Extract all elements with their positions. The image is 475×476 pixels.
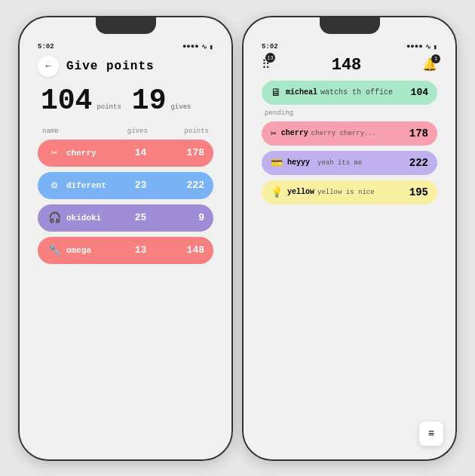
- p2-cherry-points: 178: [409, 127, 428, 140]
- cherry-points: 178: [162, 147, 204, 158]
- phone-2: 5:02 ●●●● ∿ ▮ ⠿ 13 148 🔔 1 🖥: [242, 16, 457, 461]
- list-item-okidoki[interactable]: 🎧 okidoki 25 9: [38, 204, 213, 232]
- p2-yellow-points: 195: [409, 186, 428, 198]
- col-points-header: points: [161, 127, 209, 135]
- gives-value: 19: [132, 84, 167, 117]
- status-bar-2: 5:02 ●●●● ∿ ▮: [254, 40, 445, 51]
- give-points-title: Give points: [66, 60, 155, 73]
- okidoki-points: 9: [162, 212, 204, 223]
- omega-name: omega: [66, 246, 119, 255]
- time-2: 5:02: [262, 43, 278, 51]
- list-item-diferent[interactable]: ⚙ diferent 23 222: [38, 172, 213, 199]
- pending-label: pending: [265, 109, 434, 117]
- points-value: 104: [41, 84, 92, 117]
- cherry-gives: 14: [119, 147, 161, 158]
- cherry-name: cherry: [66, 149, 119, 158]
- col-gives-header: gives: [114, 127, 161, 135]
- p2-cherry-desc: cherry cherry...: [311, 130, 409, 137]
- p2-cherry-icon: ✂: [271, 127, 277, 140]
- table-header: name gives points: [38, 127, 213, 135]
- diferent-name: diferent: [66, 181, 119, 190]
- cherry-icon: ✂: [47, 146, 62, 161]
- stats-row: 104 points 19 gives: [38, 84, 213, 117]
- battery-icon-1: ▮: [210, 43, 213, 51]
- gives-label: gives: [170, 103, 191, 111]
- back-button[interactable]: ←: [38, 56, 59, 77]
- col-name-header: name: [42, 127, 114, 135]
- diferent-gives: 23: [119, 180, 161, 191]
- p2-top-card[interactable]: 🖥 micheal watchs th office 104: [262, 81, 437, 105]
- top-card-description: watchs th office: [320, 88, 411, 97]
- wifi-icon-2: ∿: [425, 43, 431, 51]
- p2-heyyy-desc: yeah its me: [317, 159, 409, 167]
- p2-heyyy-name: heyyy: [287, 158, 317, 167]
- p2-dots-badge: 13: [265, 53, 275, 63]
- bell-badge: 1: [431, 54, 440, 63]
- p2-item-heyyy[interactable]: 💳 heyyy yeah its me 222: [262, 151, 437, 175]
- okidoki-icon: 🎧: [47, 210, 62, 226]
- p2-bell-button[interactable]: 🔔 1: [422, 57, 437, 72]
- p2-item-yellow[interactable]: 💡 yellow yellow is nice 195: [262, 180, 437, 204]
- p2-yellow-icon: 💡: [271, 186, 283, 198]
- omega-gives: 13: [119, 244, 161, 256]
- fab-icon: ≡: [428, 428, 434, 440]
- status-icons-2: ●●●● ∿ ▮: [406, 43, 437, 51]
- diferent-icon: ⚙: [47, 178, 62, 193]
- time-1: 5:02: [38, 43, 54, 51]
- p2-yellow-name: yellow: [287, 188, 317, 196]
- give-header: ← Give points: [38, 56, 213, 77]
- status-icons-1: ●●●● ∿ ▮: [182, 43, 213, 51]
- p2-menu-icon-group[interactable]: ⠿ 13: [262, 57, 271, 72]
- top-card-user: micheal: [286, 88, 317, 97]
- list-item-cherry[interactable]: ✂ cherry 14 178: [38, 140, 213, 167]
- omega-points: 148: [162, 244, 204, 256]
- signal-icon-2: ●●●●: [406, 43, 423, 51]
- top-card-points: 104: [411, 87, 428, 98]
- wifi-icon-1: ∿: [201, 43, 207, 51]
- phone-1: 5:02 ●●●● ∿ ▮ ← Give points 104 points 1…: [18, 16, 233, 461]
- status-bar-1: 5:02 ●●●● ∿ ▮: [30, 40, 221, 51]
- signal-icon-1: ●●●●: [182, 43, 199, 51]
- top-card-icon: 🖥: [271, 87, 281, 99]
- points-label: points: [97, 103, 121, 111]
- p2-item-cherry[interactable]: ✂ cherry cherry cherry... 178: [262, 121, 437, 146]
- list-item-omega[interactable]: 🔧 omega 13 148: [38, 237, 213, 264]
- diferent-points: 222: [162, 180, 204, 191]
- battery-icon-2: ▮: [434, 43, 437, 51]
- p2-header: ⠿ 13 148 🔔 1: [262, 56, 437, 75]
- okidoki-gives: 25: [119, 212, 161, 223]
- omega-icon: 🔧: [47, 243, 62, 258]
- p2-fab-button[interactable]: ≡: [419, 422, 443, 446]
- p2-total-points: 148: [332, 56, 362, 75]
- p2-heyyy-icon: 💳: [271, 157, 283, 169]
- p2-heyyy-points: 222: [409, 157, 428, 169]
- okidoki-name: okidoki: [66, 213, 119, 223]
- p2-cherry-name: cherry: [281, 129, 311, 137]
- p2-yellow-desc: yellow is nice: [317, 189, 409, 196]
